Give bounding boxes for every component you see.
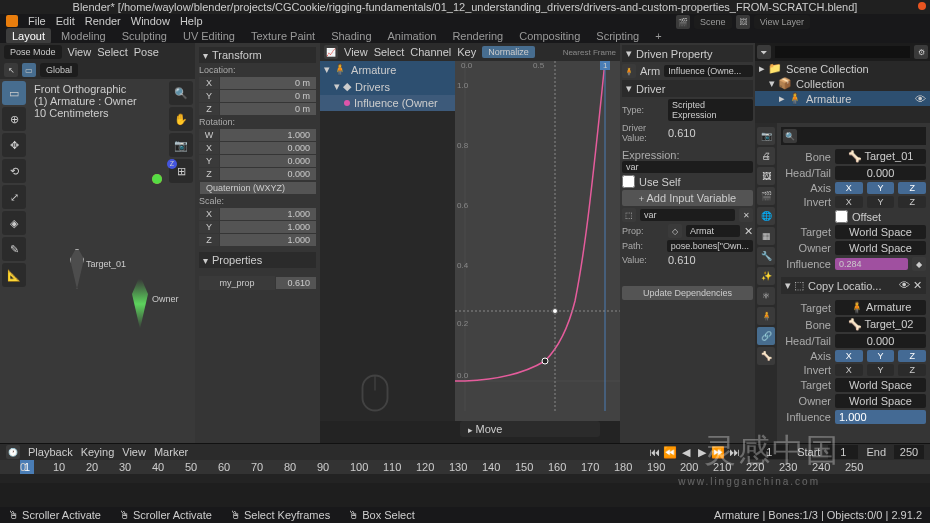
use-self-checkbox[interactable]: [622, 175, 635, 188]
cursor-tool-icon[interactable]: ↖: [4, 63, 18, 77]
transform-tool-icon[interactable]: ◈: [2, 211, 26, 235]
properties-header[interactable]: ▾ Properties: [199, 252, 316, 268]
object-tab-icon[interactable]: ▦: [757, 227, 775, 245]
channel-drivers[interactable]: ▾ ◆ Drivers: [320, 78, 455, 95]
id-type-icon[interactable]: ◇: [668, 224, 682, 238]
move-tool-icon[interactable]: ✥: [2, 133, 26, 157]
scale-tool-icon[interactable]: ⤢: [2, 185, 26, 209]
graph-menu-select[interactable]: Select: [374, 46, 405, 58]
influence2-slider[interactable]: 1.000: [835, 410, 926, 424]
tab-modeling[interactable]: Modeling: [55, 28, 112, 44]
bone-target[interactable]: [70, 249, 84, 289]
playhead-label[interactable]: 1: [600, 61, 610, 70]
bone-owner[interactable]: [132, 279, 148, 329]
physics-tab-icon[interactable]: ⚛: [757, 287, 775, 305]
bone-tab-icon[interactable]: 🦴: [757, 347, 775, 365]
remove-target-icon[interactable]: ✕: [744, 225, 753, 238]
3d-viewport[interactable]: Pose Mode View Select Pose ↖ ▭ Global ▭ …: [0, 43, 195, 443]
vp-menu-select[interactable]: Select: [97, 46, 128, 58]
end-frame-input[interactable]: 250: [894, 445, 924, 459]
menu-help[interactable]: Help: [180, 15, 203, 27]
invert2-z-button[interactable]: Z: [898, 364, 926, 376]
invert-x-button[interactable]: X: [835, 196, 863, 208]
location-y[interactable]: 0 m: [220, 90, 316, 102]
transform-header[interactable]: ▾ Transform: [199, 47, 316, 63]
owner-space2-dropdown[interactable]: World Space: [835, 394, 926, 408]
graph-canvas[interactable]: 0.0 0.2 0.4 0.6 0.8 1.0 0.0 0.5 1: [455, 61, 620, 421]
fcurve[interactable]: [455, 61, 605, 381]
tab-rendering[interactable]: Rendering: [446, 28, 509, 44]
driver-header[interactable]: ▾ Driver: [622, 80, 753, 97]
outliner-search-input[interactable]: [775, 46, 910, 58]
tab-compositing[interactable]: Compositing: [513, 28, 586, 44]
add-variable-button[interactable]: + Add Input Variable: [622, 190, 753, 206]
zoom-icon[interactable]: 🔍: [169, 81, 193, 105]
particles-tab-icon[interactable]: ✨: [757, 267, 775, 285]
play-icon[interactable]: ▶: [695, 445, 709, 459]
select-tool-icon[interactable]: ▭: [22, 63, 36, 77]
target-bone2-dropdown[interactable]: 🦴 Target_02: [835, 317, 926, 332]
constraint-header-2[interactable]: ▾ ⬚ Copy Locatio... 👁 ✕: [781, 277, 926, 294]
variable-name-input[interactable]: var: [640, 209, 735, 221]
owner-space-dropdown[interactable]: World Space: [835, 241, 926, 255]
axis2-x-button[interactable]: X: [835, 350, 863, 362]
axis2-z-button[interactable]: Z: [898, 350, 926, 362]
scene-dropdown[interactable]: Scene: [694, 15, 732, 29]
select-box-tool-icon[interactable]: ▭: [2, 81, 26, 105]
delete-var-icon[interactable]: ✕: [739, 208, 753, 222]
pan-icon[interactable]: ✋: [169, 107, 193, 131]
target-space2-dropdown[interactable]: World Space: [835, 378, 926, 392]
output-tab-icon[interactable]: 🖨: [757, 147, 775, 165]
update-dependencies-button[interactable]: Update Dependencies: [622, 286, 753, 300]
custom-prop-value[interactable]: 0.610: [276, 277, 316, 289]
close-icon[interactable]: [918, 2, 926, 10]
annotate-tool-icon[interactable]: ✎: [2, 237, 26, 261]
rotate-tool-icon[interactable]: ⟲: [2, 159, 26, 183]
tab-scripting[interactable]: Scripting: [590, 28, 645, 44]
filter-settings-icon[interactable]: ⚙: [914, 45, 928, 59]
viewlayer-dropdown[interactable]: View Layer: [754, 15, 810, 29]
scene-collection-row[interactable]: ▸ 📁 Scene Collection: [755, 61, 930, 76]
axis2-y-button[interactable]: Y: [867, 350, 895, 362]
graph-editor-icon[interactable]: 📈: [324, 45, 338, 59]
tab-sculpting[interactable]: Sculpting: [116, 28, 173, 44]
custom-prop-name[interactable]: my_prop: [199, 276, 275, 290]
blender-logo-icon[interactable]: [6, 15, 18, 27]
armature-row[interactable]: ▸ 🧍 Armature 👁: [755, 91, 930, 106]
tab-animation[interactable]: Animation: [382, 28, 443, 44]
influence-slider[interactable]: 0.284: [835, 258, 908, 270]
axis-y-icon[interactable]: [152, 174, 162, 184]
world-tab-icon[interactable]: 🌐: [757, 207, 775, 225]
search-icon[interactable]: 🔍: [783, 129, 797, 143]
scale-y[interactable]: 1.000: [220, 221, 316, 233]
timeline-view[interactable]: View: [122, 446, 146, 458]
play-reverse-icon[interactable]: ◀: [679, 445, 693, 459]
rotation-w[interactable]: 1.000: [220, 129, 316, 141]
timeline-marker[interactable]: Marker: [154, 446, 188, 458]
scale-x[interactable]: 1.000: [220, 208, 316, 220]
variable-type-icon[interactable]: ⬚: [622, 208, 636, 222]
axis-gizmo[interactable]: X Z: [152, 159, 192, 199]
vp-menu-view[interactable]: View: [68, 46, 92, 58]
camera-icon[interactable]: 📷: [169, 133, 193, 157]
rotation-x[interactable]: 0.000: [220, 142, 316, 154]
target-bone-dropdown[interactable]: 🦴 Target_01: [835, 149, 926, 164]
tab-layout[interactable]: Layout: [6, 28, 51, 44]
invert-y-button[interactable]: Y: [867, 196, 895, 208]
start-frame-input[interactable]: 1: [828, 445, 858, 459]
menu-file[interactable]: File: [28, 15, 46, 27]
invert2-x-button[interactable]: X: [835, 364, 863, 376]
axis-x-button[interactable]: X: [835, 182, 863, 194]
menu-edit[interactable]: Edit: [56, 15, 75, 27]
menu-window[interactable]: Window: [131, 15, 170, 27]
snap-mode[interactable]: Nearest Frame: [563, 48, 616, 57]
timeline-keying[interactable]: Keying: [81, 446, 115, 458]
axis-z-button[interactable]: Z: [898, 182, 926, 194]
viewlayer-tab-icon[interactable]: 🖼: [757, 167, 775, 185]
graph-menu-channel[interactable]: Channel: [410, 46, 451, 58]
tab-uv[interactable]: UV Editing: [177, 28, 241, 44]
invert2-y-button[interactable]: Y: [867, 364, 895, 376]
scale-z[interactable]: 1.000: [220, 234, 316, 246]
filter-icon[interactable]: ⏷: [757, 45, 771, 59]
graph-menu-key[interactable]: Key: [457, 46, 476, 58]
